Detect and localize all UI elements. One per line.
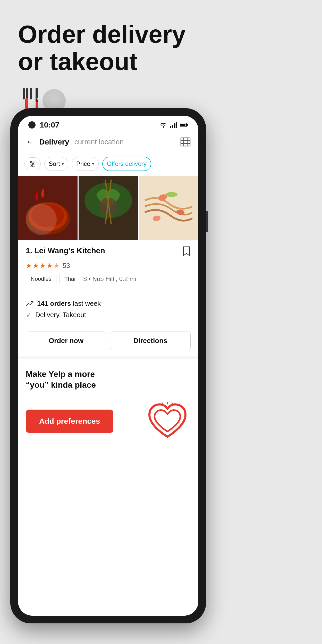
food-image-1[interactable] <box>18 176 78 240</box>
svg-rect-0 <box>23 88 25 99</box>
preferences-section: Make Yelp a more “you” kinda place Add p… <box>18 359 198 452</box>
add-preferences-button[interactable]: Add preferences <box>26 410 113 433</box>
svg-rect-8 <box>174 123 175 128</box>
orders-text: 141 orders last week <box>37 300 101 308</box>
delivery-label: Delivery <box>39 138 69 146</box>
stats-row: 141 orders last week ✓ Delivery, Takeout <box>18 295 198 326</box>
action-buttons: Order now Directions <box>18 326 198 359</box>
svg-point-23 <box>31 165 32 167</box>
signal-icon <box>170 122 177 128</box>
svg-point-37 <box>166 192 177 197</box>
svg-rect-6 <box>170 126 171 128</box>
trending-icon <box>26 300 33 308</box>
filter-bar: Sort ▾ Price ▾ Offers delivery <box>18 152 198 176</box>
food-image-3[interactable] <box>139 176 198 240</box>
svg-rect-13 <box>181 138 190 146</box>
offers-delivery-button[interactable]: Offers delivery <box>102 157 151 171</box>
tag-noodles[interactable]: Noodles <box>26 274 56 284</box>
star-rating: ★ ★ ★ ★ ★ <box>26 262 60 270</box>
svg-point-21 <box>32 163 34 165</box>
review-count: 53 <box>63 262 70 270</box>
food-image-2[interactable] <box>79 176 138 240</box>
tags-row: Noodles Thai $ • Nob Hill , 0.2 mi <box>26 274 191 284</box>
star-4: ★ <box>47 262 53 270</box>
svg-rect-11 <box>180 124 185 126</box>
sliders-icon <box>29 161 36 167</box>
svg-rect-7 <box>172 125 173 128</box>
battery-icon <box>180 122 188 128</box>
tag-thai[interactable]: Thai <box>60 274 80 284</box>
directions-button[interactable]: Directions <box>110 332 191 350</box>
services-text: Delivery, Takeout <box>35 311 86 319</box>
svg-rect-1 <box>26 88 28 99</box>
sort-chevron: ▾ <box>62 161 64 167</box>
restaurant-name: 1. Lei Wang's Kitchen <box>26 246 105 255</box>
food-images-row <box>18 176 198 240</box>
nav-bar: ← Delivery current location <box>18 132 198 152</box>
services-stat: ✓ Delivery, Takeout <box>26 311 191 319</box>
filter-sliders-button[interactable] <box>24 157 41 170</box>
phone-container: 10:07 <box>10 108 206 623</box>
bookmark-button[interactable] <box>182 246 191 258</box>
star-3: ★ <box>40 262 46 270</box>
map-icon[interactable] <box>180 137 191 147</box>
phone-screen: 10:07 <box>18 116 198 616</box>
location-label: current location <box>74 138 175 146</box>
heart-icon <box>144 398 191 444</box>
check-icon: ✓ <box>26 311 32 319</box>
back-button[interactable]: ← <box>26 137 34 147</box>
preferences-content: Add preferences <box>26 398 191 444</box>
star-2: ★ <box>33 262 39 270</box>
status-bar: 10:07 <box>18 116 198 132</box>
restaurant-header: 1. Lei Wang's Kitchen <box>26 246 191 258</box>
orders-stat: 141 orders last week <box>26 300 191 308</box>
phone-frame: 10:07 <box>10 108 206 623</box>
order-now-button[interactable]: Order now <box>26 332 106 350</box>
power-button <box>206 211 208 232</box>
page-title: Order delivery or takeout <box>18 21 304 75</box>
price-chevron: ▾ <box>92 161 94 167</box>
status-left: 10:07 <box>28 121 60 129</box>
header-section: Order delivery or takeout <box>0 0 322 126</box>
svg-rect-9 <box>176 122 177 128</box>
camera-dot <box>28 121 36 129</box>
svg-point-27 <box>31 204 64 227</box>
svg-point-19 <box>30 161 32 163</box>
star-1: ★ <box>26 262 32 270</box>
svg-rect-12 <box>187 124 188 126</box>
status-icons <box>159 122 188 128</box>
rating-row: ★ ★ ★ ★ ★ 53 <box>26 262 191 270</box>
price-button[interactable]: Price ▾ <box>72 157 99 171</box>
svg-rect-4 <box>36 88 38 98</box>
restaurant-info: 1. Lei Wang's Kitchen ★ ★ ★ <box>18 240 198 295</box>
wifi-icon <box>159 122 167 128</box>
svg-rect-24 <box>18 176 78 240</box>
status-time: 10:07 <box>40 121 60 129</box>
preferences-title: Make Yelp a more “you” kinda place <box>26 369 191 390</box>
sort-button[interactable]: Sort ▾ <box>44 157 68 171</box>
svg-rect-2 <box>30 88 32 99</box>
star-half: ★ <box>54 262 60 270</box>
restaurant-location: $ • Nob Hill , 0.2 mi <box>83 275 136 283</box>
